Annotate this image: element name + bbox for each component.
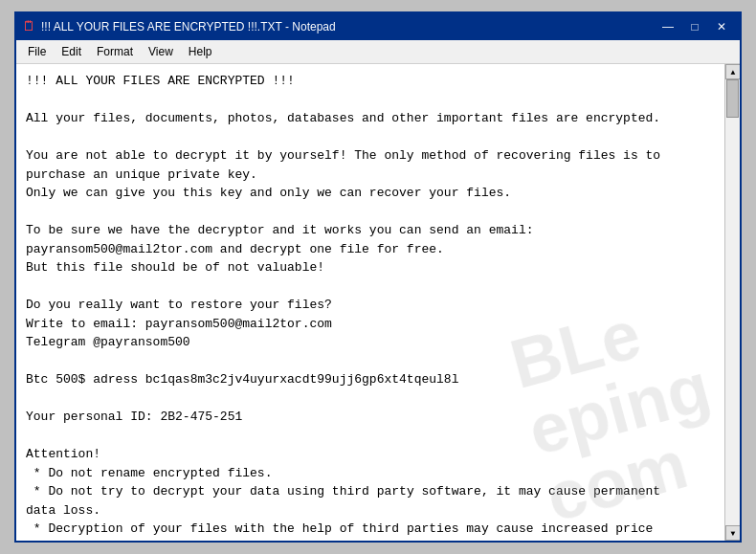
minimize-button[interactable]: —	[656, 17, 680, 36]
title-bar-controls: — □ ✕	[656, 17, 734, 36]
scrollbar-thumb[interactable]	[726, 79, 739, 118]
scrollbar-track[interactable]	[725, 79, 740, 525]
close-button[interactable]: ✕	[709, 17, 734, 36]
text-editor[interactable]	[16, 64, 724, 541]
menu-edit[interactable]: Edit	[54, 42, 89, 61]
scroll-up-button[interactable]: ▲	[725, 64, 740, 79]
menu-file[interactable]: File	[20, 42, 54, 61]
menu-bar: File Edit Format View Help	[16, 40, 740, 64]
scroll-down-button[interactable]: ▼	[725, 525, 740, 541]
title-bar: 🗒 !!! ALL YOUR FILES ARE ENCRYPTED !!!.T…	[16, 13, 740, 40]
maximize-button[interactable]: □	[682, 17, 707, 36]
window-title: !!! ALL YOUR FILES ARE ENCRYPTED !!!.TXT…	[41, 20, 336, 33]
notepad-icon: 🗒	[22, 19, 35, 34]
menu-format[interactable]: Format	[89, 42, 141, 61]
content-area: ▲ ▼	[16, 64, 740, 541]
menu-help[interactable]: Help	[181, 42, 220, 61]
notepad-window: 🗒 !!! ALL YOUR FILES ARE ENCRYPTED !!!.T…	[14, 11, 742, 543]
menu-view[interactable]: View	[141, 42, 181, 61]
scrollbar[interactable]: ▲ ▼	[724, 64, 740, 541]
title-bar-left: 🗒 !!! ALL YOUR FILES ARE ENCRYPTED !!!.T…	[22, 19, 336, 34]
